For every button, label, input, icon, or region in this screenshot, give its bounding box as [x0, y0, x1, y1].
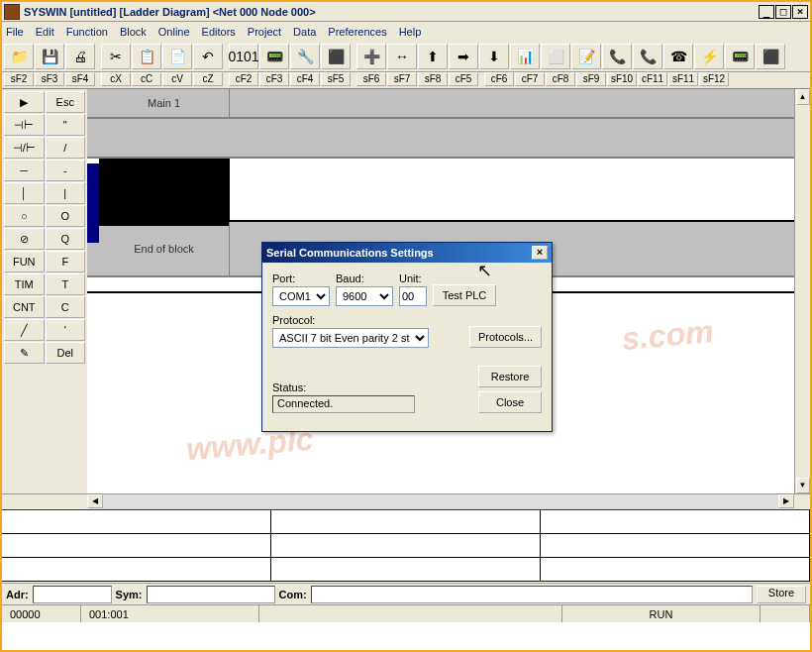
shortcut-cF4[interactable]: cF4 — [290, 72, 320, 86]
protocols-button[interactable]: Protocols... — [469, 326, 542, 348]
tool-7-1[interactable]: F — [46, 251, 86, 272]
com-input[interactable] — [311, 586, 753, 603]
tool-8-1[interactable]: T — [46, 273, 86, 295]
tool-7-0[interactable]: FUN — [4, 251, 45, 272]
rung-white-row[interactable] — [87, 159, 810, 222]
tool-1-1[interactable]: " — [46, 114, 86, 136]
toolbar-btn-23[interactable]: 📟 — [725, 44, 755, 69]
toolbar-btn-19[interactable]: 📞 — [602, 44, 632, 69]
toolbar-btn-5[interactable]: 📄 — [162, 44, 192, 69]
toolbar-btn-8[interactable]: 📟 — [259, 44, 289, 69]
tool-4-1[interactable]: | — [46, 182, 86, 204]
shortcut-sF4[interactable]: sF4 — [65, 72, 95, 86]
menu-editors[interactable]: Editors — [202, 26, 236, 38]
tool-10-1[interactable]: ' — [46, 319, 86, 341]
menu-block[interactable]: Block — [120, 26, 147, 38]
tool-11-1[interactable]: Del — [46, 342, 86, 364]
shortcut-cF7[interactable]: cF7 — [515, 72, 545, 86]
tool-0-0[interactable]: ▶ — [4, 91, 45, 113]
toolbar-btn-24[interactable]: ⬛ — [756, 44, 785, 69]
toolbar-btn-9[interactable]: 🔧 — [290, 44, 320, 69]
tool-3-0[interactable]: ─ — [4, 160, 45, 181]
toolbar-btn-18[interactable]: 📝 — [571, 44, 601, 69]
toolbar-btn-4[interactable]: 📋 — [132, 44, 161, 69]
tool-5-1[interactable]: O — [46, 205, 86, 227]
toolbar-btn-21[interactable]: ☎ — [663, 44, 693, 69]
tool-5-0[interactable]: ○ — [4, 205, 45, 227]
tool-6-1[interactable]: Q — [46, 228, 86, 250]
tool-4-0[interactable]: │ — [4, 182, 45, 204]
menu-online[interactable]: Online — [158, 26, 190, 38]
shortcut-sF5[interactable]: sF5 — [321, 72, 351, 86]
shortcut-cF2[interactable]: cF2 — [229, 72, 258, 86]
toolbar-btn-7[interactable]: 0101 — [229, 44, 258, 69]
scroll-down-button[interactable]: ▼ — [796, 478, 810, 493]
close-dialog-button[interactable]: Close — [478, 391, 542, 413]
scroll-left-button[interactable]: ◀ — [87, 494, 103, 508]
dialog-close-button[interactable]: × — [532, 246, 548, 260]
maximize-button[interactable]: □ — [775, 5, 791, 19]
menu-data[interactable]: Data — [293, 26, 316, 38]
protocol-select[interactable]: ASCII 7 bit Even parity 2 stop — [272, 328, 429, 348]
shortcut-cF8[interactable]: cF8 — [546, 72, 575, 86]
shortcut-sF2[interactable]: sF2 — [4, 72, 34, 86]
shortcut-cF5[interactable]: cF5 — [449, 72, 478, 86]
toolbar-btn-14[interactable]: ➡ — [449, 44, 478, 69]
toolbar-btn-2[interactable]: 🖨 — [65, 44, 95, 69]
toolbar-btn-16[interactable]: 📊 — [510, 44, 540, 69]
scroll-track[interactable] — [103, 494, 778, 509]
shortcut-cC[interactable]: cC — [132, 72, 161, 86]
minimize-button[interactable]: _ — [759, 5, 774, 19]
tool-3-1[interactable]: - — [46, 160, 86, 181]
menu-help[interactable]: Help — [399, 26, 422, 38]
tool-9-0[interactable]: CNT — [4, 296, 45, 318]
sym-input[interactable] — [147, 586, 275, 603]
menu-edit[interactable]: Edit — [36, 26, 54, 38]
baud-select[interactable]: 9600 — [336, 286, 393, 306]
scroll-up-button[interactable]: ▲ — [796, 89, 810, 105]
dialog-titlebar[interactable]: Serial Communications Settings × — [262, 243, 552, 263]
toolbar-btn-10[interactable]: ⬛ — [321, 44, 351, 69]
shortcut-sF8[interactable]: sF8 — [418, 72, 448, 86]
horizontal-scrollbar[interactable]: ◀ ▶ — [2, 493, 810, 509]
tool-9-1[interactable]: C — [46, 296, 86, 318]
test-plc-button[interactable]: Test PLC — [433, 284, 496, 306]
menu-preferences[interactable]: Preferences — [328, 26, 386, 38]
tool-2-1[interactable]: / — [46, 137, 86, 159]
shortcut-sF10[interactable]: sF10 — [607, 72, 637, 86]
shortcut-cF3[interactable]: cF3 — [259, 72, 289, 86]
shortcut-cV[interactable]: cV — [162, 72, 192, 86]
tool-10-0[interactable]: ╱ — [4, 319, 45, 341]
port-select[interactable]: COM1 — [272, 286, 330, 306]
shortcut-cF11[interactable]: cF11 — [638, 72, 667, 86]
toolbar-btn-1[interactable]: 💾 — [35, 44, 64, 69]
shortcut-sF9[interactable]: sF9 — [576, 72, 606, 86]
adr-input[interactable] — [33, 586, 112, 603]
tool-1-0[interactable]: ⊣⊢ — [4, 114, 45, 136]
menu-project[interactable]: Project — [248, 26, 281, 38]
toolbar-btn-17[interactable]: ⬜ — [541, 44, 570, 69]
toolbar-btn-20[interactable]: 📞 — [633, 44, 662, 69]
shortcut-sF12[interactable]: sF12 — [699, 72, 729, 86]
menu-function[interactable]: Function — [66, 26, 108, 38]
toolbar-btn-11[interactable]: ➕ — [356, 44, 386, 69]
tool-11-0[interactable]: ✎ — [4, 342, 45, 364]
scroll-right-button[interactable]: ▶ — [778, 494, 794, 508]
tool-8-0[interactable]: TIM — [4, 273, 45, 295]
restore-button[interactable]: Restore — [478, 366, 542, 387]
shortcut-sF6[interactable]: sF6 — [356, 72, 386, 86]
shortcut-cX[interactable]: cX — [101, 72, 131, 86]
toolbar-btn-6[interactable]: ↶ — [193, 44, 223, 69]
toolbar-btn-13[interactable]: ⬆ — [418, 44, 448, 69]
toolbar-btn-0[interactable]: 📁 — [4, 44, 34, 69]
tool-2-0[interactable]: ⊣/⊢ — [4, 137, 45, 159]
shortcut-sF11[interactable]: sF11 — [668, 72, 698, 86]
toolbar-btn-15[interactable]: ⬇ — [479, 44, 509, 69]
toolbar-btn-22[interactable]: ⚡ — [694, 44, 724, 69]
tool-0-1[interactable]: Esc — [46, 91, 86, 113]
shortcut-cZ[interactable]: cZ — [193, 72, 223, 86]
unit-input[interactable] — [399, 286, 427, 306]
shortcut-sF3[interactable]: sF3 — [35, 72, 64, 86]
shortcut-cF6[interactable]: cF6 — [484, 72, 514, 86]
shortcut-sF7[interactable]: sF7 — [387, 72, 417, 86]
